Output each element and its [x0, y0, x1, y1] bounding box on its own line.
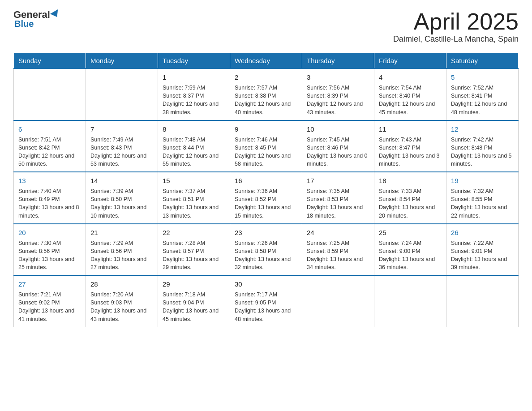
day-number: 9: [235, 124, 297, 134]
calendar-cell-w4-d3: 22Sunrise: 7:28 AMSunset: 8:57 PMDayligh…: [158, 224, 230, 276]
calendar-cell-w1-d2: [86, 68, 158, 120]
calendar-cell-w2-d1: 6Sunrise: 7:51 AMSunset: 8:42 PMDaylight…: [14, 120, 86, 172]
day-info: Sunrise: 7:37 AMSunset: 8:51 PMDaylight:…: [163, 187, 225, 220]
day-info: Sunrise: 7:59 AMSunset: 8:37 PMDaylight:…: [163, 84, 225, 116]
day-number: 26: [451, 228, 514, 237]
day-number: 8: [163, 124, 225, 134]
header-saturday: Saturday: [446, 53, 519, 69]
day-number: 22: [163, 228, 225, 237]
calendar-cell-w1-d6: 4Sunrise: 7:54 AMSunset: 8:40 PMDaylight…: [374, 68, 446, 120]
day-number: 1: [163, 73, 225, 82]
week-row-3: 13Sunrise: 7:40 AMSunset: 8:49 PMDayligh…: [14, 172, 519, 224]
day-info: Sunrise: 7:20 AMSunset: 9:03 PMDaylight:…: [90, 291, 153, 323]
day-info: Sunrise: 7:33 AMSunset: 8:54 PMDaylight:…: [379, 187, 442, 220]
day-number: 16: [235, 176, 297, 185]
calendar-cell-w5-d7: [446, 275, 519, 327]
header-friday: Friday: [374, 53, 446, 69]
day-info: Sunrise: 7:56 AMSunset: 8:39 PMDaylight:…: [307, 84, 369, 116]
day-info: Sunrise: 7:43 AMSunset: 8:47 PMDaylight:…: [379, 136, 442, 168]
calendar-cell-w3-d4: 16Sunrise: 7:36 AMSunset: 8:52 PMDayligh…: [230, 172, 302, 224]
day-number: 5: [451, 73, 514, 82]
calendar-cell-w3-d6: 18Sunrise: 7:33 AMSunset: 8:54 PMDayligh…: [374, 172, 446, 224]
week-row-5: 27Sunrise: 7:21 AMSunset: 9:02 PMDayligh…: [14, 275, 519, 327]
day-info: Sunrise: 7:49 AMSunset: 8:43 PMDaylight:…: [90, 136, 153, 168]
week-row-1: 1Sunrise: 7:59 AMSunset: 8:37 PMDaylight…: [14, 68, 519, 120]
day-number: 24: [307, 228, 369, 237]
day-number: 15: [163, 176, 225, 185]
calendar-cell-w2-d2: 7Sunrise: 7:49 AMSunset: 8:43 PMDaylight…: [86, 120, 158, 172]
calendar-cell-w2-d4: 9Sunrise: 7:46 AMSunset: 8:45 PMDaylight…: [230, 120, 302, 172]
calendar-cell-w2-d7: 12Sunrise: 7:42 AMSunset: 8:48 PMDayligh…: [446, 120, 519, 172]
calendar-title: April 2025: [393, 9, 519, 34]
day-info: Sunrise: 7:25 AMSunset: 8:59 PMDaylight:…: [307, 239, 369, 272]
day-number: 18: [379, 176, 442, 185]
calendar-cell-w3-d7: 19Sunrise: 7:32 AMSunset: 8:55 PMDayligh…: [446, 172, 519, 224]
calendar-cell-w5-d2: 28Sunrise: 7:20 AMSunset: 9:03 PMDayligh…: [86, 275, 158, 327]
calendar-cell-w4-d7: 26Sunrise: 7:22 AMSunset: 9:01 PMDayligh…: [446, 224, 519, 276]
day-info: Sunrise: 7:46 AMSunset: 8:45 PMDaylight:…: [235, 136, 297, 168]
calendar-cell-w4-d4: 23Sunrise: 7:26 AMSunset: 8:58 PMDayligh…: [230, 224, 302, 276]
calendar-cell-w2-d3: 8Sunrise: 7:48 AMSunset: 8:44 PMDaylight…: [158, 120, 230, 172]
calendar-cell-w3-d2: 14Sunrise: 7:39 AMSunset: 8:50 PMDayligh…: [86, 172, 158, 224]
calendar-location: Daimiel, Castille-La Mancha, Spain: [393, 34, 519, 44]
day-number: 12: [451, 124, 514, 134]
week-row-4: 20Sunrise: 7:30 AMSunset: 8:56 PMDayligh…: [14, 224, 519, 276]
day-number: 28: [90, 279, 153, 289]
day-number: 14: [90, 176, 153, 185]
day-info: Sunrise: 7:45 AMSunset: 8:46 PMDaylight:…: [307, 136, 369, 168]
day-number: 6: [18, 124, 81, 134]
day-number: 30: [235, 279, 297, 289]
calendar-cell-w4-d1: 20Sunrise: 7:30 AMSunset: 8:56 PMDayligh…: [14, 224, 86, 276]
header-tuesday: Tuesday: [158, 53, 230, 69]
day-number: 25: [379, 228, 442, 237]
day-info: Sunrise: 7:17 AMSunset: 9:05 PMDaylight:…: [235, 291, 297, 323]
day-number: 17: [307, 176, 369, 185]
day-info: Sunrise: 7:36 AMSunset: 8:52 PMDaylight:…: [235, 187, 297, 220]
day-info: Sunrise: 7:22 AMSunset: 9:01 PMDaylight:…: [451, 239, 514, 272]
day-info: Sunrise: 7:28 AMSunset: 8:57 PMDaylight:…: [163, 239, 225, 272]
header-thursday: Thursday: [302, 53, 374, 69]
calendar-cell-w1-d7: 5Sunrise: 7:52 AMSunset: 8:41 PMDaylight…: [446, 68, 519, 120]
calendar-header-row: Sunday Monday Tuesday Wednesday Thursday…: [14, 53, 519, 69]
header-wednesday: Wednesday: [230, 53, 302, 69]
day-info: Sunrise: 7:18 AMSunset: 9:04 PMDaylight:…: [163, 291, 225, 323]
calendar-cell-w3-d5: 17Sunrise: 7:35 AMSunset: 8:53 PMDayligh…: [302, 172, 374, 224]
calendar-cell-w4-d2: 21Sunrise: 7:29 AMSunset: 8:56 PMDayligh…: [86, 224, 158, 276]
day-info: Sunrise: 7:40 AMSunset: 8:49 PMDaylight:…: [18, 187, 81, 220]
day-info: Sunrise: 7:24 AMSunset: 9:00 PMDaylight:…: [379, 239, 442, 272]
day-number: 21: [90, 228, 153, 237]
calendar-cell-w4-d5: 24Sunrise: 7:25 AMSunset: 8:59 PMDayligh…: [302, 224, 374, 276]
header-sunday: Sunday: [14, 53, 86, 69]
day-number: 23: [235, 228, 297, 237]
calendar-cell-w3-d3: 15Sunrise: 7:37 AMSunset: 8:51 PMDayligh…: [158, 172, 230, 224]
calendar-cell-w2-d6: 11Sunrise: 7:43 AMSunset: 8:47 PMDayligh…: [374, 120, 446, 172]
logo-triangle-icon: [50, 9, 61, 19]
day-info: Sunrise: 7:48 AMSunset: 8:44 PMDaylight:…: [163, 136, 225, 168]
day-number: 10: [307, 124, 369, 134]
day-number: 4: [379, 73, 442, 82]
page-header: General Blue April 2025 Daimiel, Castill…: [13, 9, 519, 44]
day-info: Sunrise: 7:39 AMSunset: 8:50 PMDaylight:…: [90, 187, 153, 220]
logo-blue-text: Blue: [14, 19, 34, 29]
calendar-cell-w1-d1: [14, 68, 86, 120]
day-info: Sunrise: 7:35 AMSunset: 8:53 PMDaylight:…: [307, 187, 369, 220]
calendar-cell-w1-d4: 2Sunrise: 7:57 AMSunset: 8:38 PMDaylight…: [230, 68, 302, 120]
day-info: Sunrise: 7:29 AMSunset: 8:56 PMDaylight:…: [90, 239, 153, 272]
calendar-cell-w2-d5: 10Sunrise: 7:45 AMSunset: 8:46 PMDayligh…: [302, 120, 374, 172]
calendar-cell-w5-d1: 27Sunrise: 7:21 AMSunset: 9:02 PMDayligh…: [14, 275, 86, 327]
calendar-cell-w5-d3: 29Sunrise: 7:18 AMSunset: 9:04 PMDayligh…: [158, 275, 230, 327]
day-number: 3: [307, 73, 369, 82]
day-info: Sunrise: 7:54 AMSunset: 8:40 PMDaylight:…: [379, 84, 442, 116]
day-info: Sunrise: 7:32 AMSunset: 8:55 PMDaylight:…: [451, 187, 514, 220]
calendar-table: Sunday Monday Tuesday Wednesday Thursday…: [13, 53, 519, 327]
calendar-cell-w5-d5: [302, 275, 374, 327]
calendar-cell-w5-d4: 30Sunrise: 7:17 AMSunset: 9:05 PMDayligh…: [230, 275, 302, 327]
calendar-cell-w4-d6: 25Sunrise: 7:24 AMSunset: 9:00 PMDayligh…: [374, 224, 446, 276]
week-row-2: 6Sunrise: 7:51 AMSunset: 8:42 PMDaylight…: [14, 120, 519, 172]
calendar-cell-w5-d6: [374, 275, 446, 327]
day-info: Sunrise: 7:30 AMSunset: 8:56 PMDaylight:…: [18, 239, 81, 272]
day-info: Sunrise: 7:21 AMSunset: 9:02 PMDaylight:…: [18, 291, 81, 323]
day-info: Sunrise: 7:52 AMSunset: 8:41 PMDaylight:…: [451, 84, 514, 116]
day-number: 19: [451, 176, 514, 185]
calendar-cell-w3-d1: 13Sunrise: 7:40 AMSunset: 8:49 PMDayligh…: [14, 172, 86, 224]
